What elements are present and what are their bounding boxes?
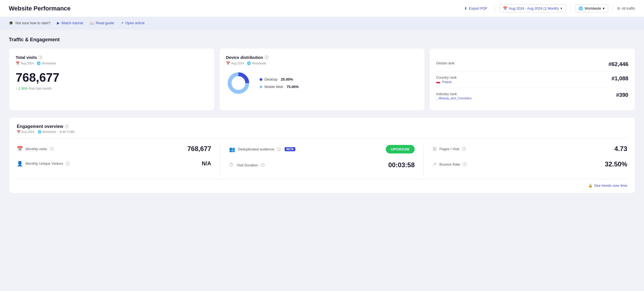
header-sep-1	[495, 6, 495, 11]
bounce-rate-label: ↗ Bounce Rate ℹ	[433, 161, 467, 167]
rank-rows: Global rank #62,446 Country rank 🇵🇱 Pola…	[436, 57, 628, 104]
dedup-audience-label: 👥 Deduplicated audience ℹ BETA	[229, 146, 295, 152]
read-guide-link[interactable]: 📖 Read guide	[90, 21, 114, 25]
engagement-title: Engagement overview ℹ	[17, 124, 627, 129]
industry-link[interactable]: .../Beauty_and_Cosmetics	[436, 97, 471, 100]
dedup-info[interactable]: ℹ	[277, 147, 281, 151]
monthly-visits-row: 📅 Monthly visits ℹ 768,677	[17, 145, 211, 153]
bounce-icon: ↗	[433, 161, 437, 167]
device-distribution-card: Device distribution ℹ 📅 Aug 2024 🌐 World…	[219, 48, 425, 111]
engagement-header: Engagement overview ℹ 📅 Aug 2024 🌐 World…	[17, 124, 627, 134]
bounce-rate-row: ↗ Bounce Rate ℹ 32.50%	[433, 160, 627, 168]
device-dist-location: 🌐 Worldwide	[247, 61, 266, 65]
industry-rank-row: Industry rank .../Beauty_and_Cosmetics #…	[436, 88, 628, 104]
see-trends-row[interactable]: 🔒 See trends over time	[17, 179, 627, 193]
calendar-icon: 📅	[503, 6, 507, 10]
header: Website Performance ⬇ Export PDF 📅 Aug 2…	[0, 0, 644, 17]
chevron-down-icon-2: ▾	[603, 6, 605, 10]
bounce-rate-value: 32.50%	[605, 160, 627, 168]
growth-indicator: ↑ 2.36% from last month	[16, 87, 208, 90]
eng-date-item: 📅 Aug 2024	[17, 130, 34, 134]
mobile-dot	[260, 86, 262, 88]
beta-badge: BETA	[285, 147, 295, 151]
globe-icon-tv: 🌐	[37, 61, 41, 65]
pages-visit-info[interactable]: ℹ	[462, 147, 466, 151]
globe-icon: 🌐	[579, 6, 583, 10]
engagement-grid: 📅 Monthly visits ℹ 768,677 👤 Monthly Uni…	[17, 143, 627, 177]
export-icon: ⬇	[464, 6, 467, 10]
donut-chart	[226, 71, 251, 95]
header-actions: ⬇ Export PDF 📅 Aug 2024 - Aug 2024 (1 Mo…	[461, 4, 635, 12]
globe-icon-eng: 🌐	[38, 130, 42, 133]
clock-icon: ⏱	[229, 162, 234, 168]
eng-traffic-item: ⧉ All Traffic	[60, 130, 75, 134]
device-dist-label: Device distribution ℹ	[226, 55, 418, 60]
cal-icon-tv: 📅	[16, 61, 20, 65]
visit-duration-label: ⏱ Visit Duration ℹ	[229, 162, 265, 168]
country-rank-row: Country rank 🇵🇱 Poland #1,088	[436, 72, 628, 88]
total-visits-location: 🌐 Worldwide	[37, 61, 56, 65]
upgrade-button[interactable]: UPGRADE	[386, 145, 415, 153]
engagement-col-right: ⊞ Pages / Visit ℹ 4.73 ↗ Bounce Rate ℹ 3…	[424, 143, 627, 177]
tutorial-prompt: 🎓 Not sure how to start?	[9, 21, 50, 25]
bounce-rate-info[interactable]: ℹ	[463, 162, 467, 166]
pages-visit-value: 4.73	[614, 145, 627, 153]
unique-visitors-info[interactable]: ℹ	[66, 162, 70, 166]
visit-duration-row: ⏱ Visit Duration ℹ 00:03:58	[229, 161, 415, 169]
pages-visit-row: ⊞ Pages / Visit ℹ 4.73	[433, 145, 627, 153]
traffic-filter-button[interactable]: ⧉ All traffic	[617, 6, 635, 11]
section-title: Traffic & Engagement	[9, 37, 635, 43]
open-article-link[interactable]: ↗ Open article	[121, 21, 145, 25]
globe-icon-dd: 🌐	[247, 61, 251, 65]
cards-row: Total visits ℹ 📅 Aug 2024 🌐 Worldwide 76…	[9, 48, 635, 111]
global-rank-row: Global rank #62,446	[436, 57, 628, 72]
engagement-info-icon[interactable]: ℹ	[65, 125, 69, 128]
watch-tutorial-link[interactable]: ▶ Watch tutorial	[57, 21, 83, 25]
monthly-visits-info[interactable]: ℹ	[50, 147, 54, 151]
total-visits-date: 📅 Aug 2024	[16, 61, 34, 65]
pages-icon: ⊞	[433, 146, 437, 152]
user-metric-icon: 👤	[17, 161, 23, 167]
total-visits-card: Total visits ℹ 📅 Aug 2024 🌐 Worldwide 76…	[9, 48, 215, 111]
poland-flag: 🇵🇱	[436, 80, 440, 84]
engagement-col-left: 📅 Monthly visits ℹ 768,677 👤 Monthly Uni…	[17, 143, 220, 177]
engagement-card: Engagement overview ℹ 📅 Aug 2024 🌐 World…	[9, 117, 635, 193]
donut-legend: Desktop 25.00% Mobile Web 75.00%	[260, 77, 299, 89]
play-icon: ▶	[57, 21, 60, 25]
date-range-button[interactable]: 📅 Aug 2024 - Aug 2024 (1 Month) ▾	[499, 4, 566, 12]
total-visits-meta: 📅 Aug 2024 🌐 Worldwide	[16, 61, 208, 65]
eng-location-item: 🌐 Worldwide	[38, 130, 56, 134]
total-visits-info-icon[interactable]: ℹ	[38, 56, 42, 59]
cal-icon-eng: 📅	[17, 130, 21, 133]
visit-duration-value: 00:03:58	[388, 161, 415, 169]
cal-icon-dd: 📅	[226, 61, 230, 65]
audience-icon: 👥	[229, 146, 235, 152]
page-title: Website Performance	[9, 5, 71, 12]
desktop-dot	[260, 78, 262, 81]
monthly-visits-metric-label: 📅 Monthly visits ℹ	[17, 146, 54, 152]
location-filter-button[interactable]: 🌐 Worldwide ▾	[575, 4, 608, 12]
monthly-visits-value: 768,677	[187, 145, 211, 153]
device-card-content: Desktop 25.00% Mobile Web 75.00%	[226, 71, 418, 95]
lock-icon: 🔒	[588, 183, 593, 188]
unique-visitors-row: 👤 Monthly Unique Visitors ℹ N/A	[17, 160, 211, 167]
traffic-icon: ⧉	[617, 6, 620, 11]
arrow-up-icon: ↑	[16, 87, 17, 90]
engagement-divider	[17, 138, 627, 138]
visit-duration-info[interactable]: ℹ	[261, 163, 265, 167]
engagement-col-middle: 👥 Deduplicated audience ℹ BETA UPGRADE ⏱…	[220, 143, 424, 177]
tutorial-bar: 🎓 Not sure how to start? ▶ Watch tutoria…	[0, 17, 644, 29]
export-pdf-button[interactable]: ⬇ Export PDF	[461, 5, 490, 12]
device-dist-date: 📅 Aug 2024	[226, 61, 244, 65]
dedup-audience-row: 👥 Deduplicated audience ℹ BETA UPGRADE	[229, 145, 415, 153]
country-link[interactable]: 🇵🇱 Poland	[436, 80, 456, 84]
total-visits-value: 768,677	[16, 71, 208, 84]
desktop-legend-item: Desktop 25.00%	[260, 77, 299, 81]
external-link-icon: ↗	[121, 21, 124, 25]
device-dist-info-icon[interactable]: ℹ	[265, 56, 269, 59]
device-dist-meta: 📅 Aug 2024 🌐 Worldwide	[226, 61, 418, 65]
chevron-down-icon: ▾	[560, 6, 562, 10]
mobile-legend-item: Mobile Web 75.00%	[260, 85, 299, 89]
header-sep-3	[613, 6, 613, 11]
unique-visitors-label: 👤 Monthly Unique Visitors ℹ	[17, 161, 70, 167]
